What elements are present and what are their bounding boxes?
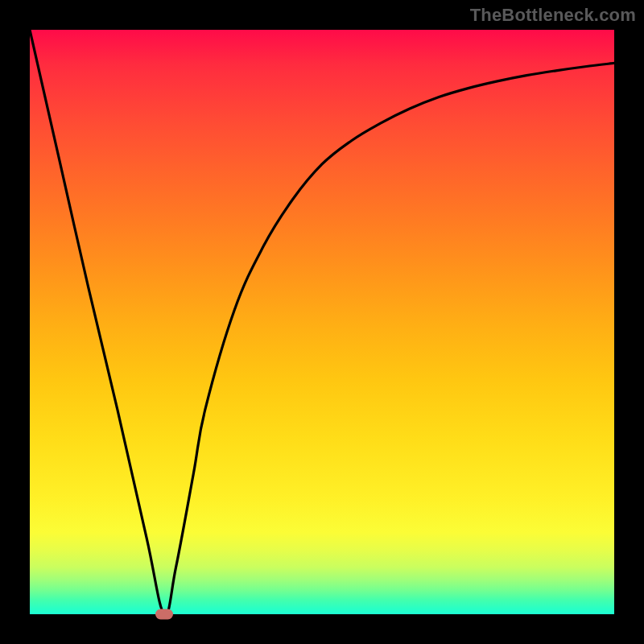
chart-frame: TheBottleneck.com (0, 0, 644, 644)
minimum-marker (155, 609, 173, 620)
curve-path (30, 30, 614, 614)
plot-area (30, 30, 614, 614)
watermark-text: TheBottleneck.com (470, 5, 636, 26)
bottleneck-curve (30, 30, 614, 614)
